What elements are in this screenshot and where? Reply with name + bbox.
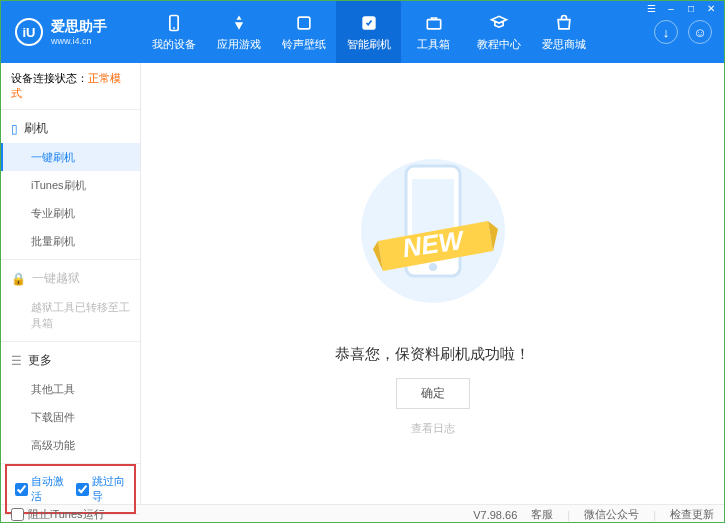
separator: |	[653, 509, 656, 521]
nav-label: 我的设备	[152, 37, 196, 52]
menu-icon[interactable]: ☰	[645, 3, 657, 14]
nav-my-device[interactable]: 我的设备	[141, 1, 206, 63]
sidebar-item-advanced[interactable]: 高级功能	[1, 431, 140, 459]
checkbox-input[interactable]	[15, 483, 28, 496]
tutorial-icon	[489, 13, 509, 33]
nav-label: 教程中心	[477, 37, 521, 52]
toolbox-icon	[424, 13, 444, 33]
download-icon[interactable]: ↓	[654, 20, 678, 44]
support-link[interactable]: 客服	[531, 507, 553, 522]
group-label: 一键越狱	[32, 270, 80, 287]
jailbreak-info: 越狱工具已转移至工具箱	[1, 293, 140, 337]
version-text: V7.98.66	[473, 509, 517, 521]
top-nav: 我的设备 应用游戏 铃声壁纸 智能刷机 工具箱 教程中心 爱思商城	[141, 1, 642, 63]
logo-area: iU 爱思助手 www.i4.cn	[1, 18, 141, 46]
flash-icon	[359, 13, 379, 33]
user-icon[interactable]: ☺	[688, 20, 712, 44]
checkbox-input[interactable]	[76, 483, 89, 496]
logo-icon: iU	[15, 18, 43, 46]
app-site: www.i4.cn	[51, 36, 107, 46]
sidebar-item-batch[interactable]: 批量刷机	[1, 227, 140, 255]
app-name: 爱思助手	[51, 18, 107, 36]
group-title-flash[interactable]: ▯ 刷机	[1, 114, 140, 143]
sidebar-item-download-fw[interactable]: 下载固件	[1, 403, 140, 431]
sidebar-item-pro[interactable]: 专业刷机	[1, 199, 140, 227]
window-controls: ☰ – □ ✕	[645, 3, 717, 14]
wechat-link[interactable]: 微信公众号	[584, 507, 639, 522]
checkbox-skip-guide[interactable]: 跳过向导	[76, 474, 127, 504]
phone-icon	[164, 13, 184, 33]
checkbox-label: 自动激活	[31, 474, 66, 504]
checkbox-auto-activate[interactable]: 自动激活	[15, 474, 66, 504]
sidebar-group-flash: ▯ 刷机 一键刷机 iTunes刷机 专业刷机 批量刷机	[1, 110, 140, 260]
lock-icon: 🔒	[11, 272, 26, 286]
nav-label: 工具箱	[417, 37, 450, 52]
group-title-more[interactable]: ☰ 更多	[1, 346, 140, 375]
close-icon[interactable]: ✕	[705, 3, 717, 14]
nav-label: 爱思商城	[542, 37, 586, 52]
apps-icon	[229, 13, 249, 33]
svg-rect-2	[298, 17, 310, 29]
list-icon: ☰	[11, 354, 22, 368]
nav-label: 应用游戏	[217, 37, 261, 52]
checkbox-label: 跳过向导	[92, 474, 127, 504]
nav-apps[interactable]: 应用游戏	[206, 1, 271, 63]
checkbox-input[interactable]	[11, 508, 24, 521]
nav-store[interactable]: 爱思商城	[531, 1, 596, 63]
minimize-icon[interactable]: –	[665, 3, 677, 14]
ok-button[interactable]: 确定	[396, 378, 470, 409]
check-update-link[interactable]: 检查更新	[670, 507, 714, 522]
main-panel: NEW 恭喜您，保资料刷机成功啦！ 确定 查看日志	[141, 63, 724, 504]
sidebar-group-more: ☰ 更多 其他工具 下载固件 高级功能	[1, 342, 140, 464]
nav-label: 铃声壁纸	[282, 37, 326, 52]
header-right: ↓ ☺	[642, 20, 724, 44]
status-label: 设备连接状态：	[11, 72, 88, 84]
group-label: 刷机	[24, 120, 48, 137]
phone-flash-icon: ▯	[11, 122, 18, 136]
separator: |	[567, 509, 570, 521]
svg-point-8	[429, 263, 437, 271]
group-label: 更多	[28, 352, 52, 369]
store-icon	[554, 13, 574, 33]
wallpaper-icon	[294, 13, 314, 33]
nav-flash[interactable]: 智能刷机	[336, 1, 401, 63]
sidebar-item-itunes[interactable]: iTunes刷机	[1, 171, 140, 199]
nav-label: 智能刷机	[347, 37, 391, 52]
nav-ringtone[interactable]: 铃声壁纸	[271, 1, 336, 63]
success-illustration: NEW	[358, 131, 508, 331]
sidebar-item-oneclick[interactable]: 一键刷机	[1, 143, 140, 171]
nav-toolbox[interactable]: 工具箱	[401, 1, 466, 63]
checkbox-block-itunes[interactable]: 阻止iTunes运行	[11, 507, 105, 522]
app-header: ☰ – □ ✕ iU 爱思助手 www.i4.cn 我的设备 应用游戏 铃声壁纸…	[1, 1, 724, 63]
nav-tutorial[interactable]: 教程中心	[466, 1, 531, 63]
checkbox-label: 阻止iTunes运行	[28, 507, 105, 522]
success-message: 恭喜您，保资料刷机成功啦！	[335, 345, 530, 364]
sidebar-group-jailbreak: 🔒 一键越狱 越狱工具已转移至工具箱	[1, 260, 140, 342]
sidebar-item-other-tools[interactable]: 其他工具	[1, 375, 140, 403]
device-status: 设备连接状态：正常模式	[1, 63, 140, 110]
maximize-icon[interactable]: □	[685, 3, 697, 14]
group-title-jailbreak: 🔒 一键越狱	[1, 264, 140, 293]
sidebar: 设备连接状态：正常模式 ▯ 刷机 一键刷机 iTunes刷机 专业刷机 批量刷机…	[1, 63, 141, 504]
view-log-link[interactable]: 查看日志	[411, 421, 455, 436]
svg-rect-4	[427, 19, 440, 28]
